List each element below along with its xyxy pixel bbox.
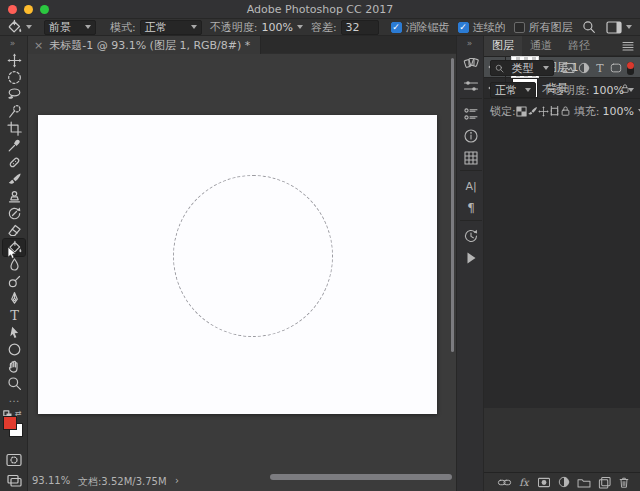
search-button[interactable] (582, 20, 596, 35)
pen-tool[interactable] (3, 290, 25, 307)
workspace-switcher[interactable] (606, 20, 632, 35)
clone-stamp-tool[interactable] (3, 188, 25, 205)
crop-tool[interactable] (3, 120, 25, 137)
lock-artboard-button[interactable] (549, 103, 560, 119)
filter-kind-select[interactable]: 类型 (490, 60, 554, 76)
tool-preset-picker[interactable] (6, 20, 32, 35)
tab-paths[interactable]: 路径 (560, 36, 598, 56)
eyedropper-tool[interactable] (3, 137, 25, 154)
swatches-panel-button[interactable] (461, 148, 481, 168)
paragraph-panel-button[interactable]: ¶ (461, 198, 481, 218)
fill-source-select[interactable]: 前景 (44, 20, 96, 35)
chevron-down-icon (543, 66, 549, 70)
checkbox-icon (514, 22, 525, 33)
move-icon (7, 53, 22, 68)
document-tab[interactable]: × 未标题-1 @ 93.1% (图层 1, RGB/8#) * (28, 36, 261, 54)
document-tab-strip: × 未标题-1 @ 93.1% (图层 1, RGB/8#) * (28, 36, 456, 54)
adjustment-layer-filter-button[interactable] (576, 60, 592, 76)
eraser-tool[interactable] (3, 222, 25, 239)
hand-icon (7, 359, 22, 374)
layer-filter-row: 类型 T (484, 58, 640, 78)
ellipse-shape-tool[interactable] (3, 341, 25, 358)
collapse-dock-button[interactable]: » (457, 38, 483, 48)
tab-channels[interactable]: 通道 (522, 36, 560, 56)
lock-transparent-button[interactable] (516, 103, 527, 119)
layer-style-button[interactable]: fx (516, 474, 532, 490)
fill-label: 填充: (574, 104, 600, 119)
workspace-switcher-icon (606, 21, 622, 34)
history-panel-button[interactable] (461, 226, 481, 246)
adjustments-panel-button[interactable] (461, 76, 481, 96)
chevron-down-icon (525, 88, 531, 92)
screen-mode-icon (7, 474, 22, 487)
new-layer-button[interactable] (596, 474, 612, 490)
tolerance-input[interactable]: 32 (341, 20, 379, 35)
pixel-layer-filter-button[interactable] (560, 60, 576, 76)
brush-tool[interactable] (3, 171, 25, 188)
history-brush-tool[interactable] (3, 205, 25, 222)
layers-panel: 图层 通道 路径 类型 (484, 36, 640, 491)
window-title: Adobe Photoshop CC 2017 (0, 3, 640, 16)
lock-pixels-button[interactable] (527, 103, 538, 119)
delete-layer-button[interactable] (616, 474, 632, 490)
panel-menu-icon (622, 41, 634, 51)
checkbox-icon (391, 22, 402, 33)
all-layers-checkbox[interactable]: 所有图层 (514, 20, 573, 35)
collapse-toolbar-button[interactable]: » (0, 38, 26, 48)
layer-filter-toggle[interactable] (627, 62, 634, 75)
info-panel-button[interactable] (461, 126, 481, 146)
layer-fill-value[interactable]: 100% (602, 105, 633, 118)
lock-position-button[interactable] (538, 103, 549, 119)
swatches-grid-icon (463, 150, 479, 166)
lock-icon (560, 105, 571, 117)
zoom-level-field[interactable]: 93.11% (32, 475, 70, 486)
quick-selection-tool[interactable] (3, 103, 25, 120)
vertical-scrollbar[interactable] (451, 58, 454, 352)
new-adjustment-layer-button[interactable] (556, 474, 572, 490)
search-icon (582, 20, 596, 34)
opacity-input[interactable]: 100% (261, 20, 302, 35)
antialias-checkbox[interactable]: 消除锯齿 (391, 20, 450, 35)
color-panel-button[interactable] (461, 52, 481, 72)
quick-mask-button[interactable] (3, 451, 25, 468)
lock-all-button[interactable] (560, 103, 571, 119)
foreground-color-swatch[interactable] (3, 416, 17, 430)
zoom-tool[interactable] (3, 375, 25, 392)
actions-panel-button[interactable] (461, 248, 481, 268)
path-selection-tool[interactable] (3, 324, 25, 341)
shape-layer-filter-button[interactable] (608, 60, 624, 76)
pen-icon (7, 291, 22, 306)
edit-toolbar-button[interactable]: … (0, 392, 28, 405)
blend-mode-select[interactable]: 正常 (490, 82, 536, 98)
close-tab-icon[interactable]: × (34, 39, 43, 52)
new-group-button[interactable] (576, 474, 592, 490)
paint-bucket-icon (6, 19, 22, 35)
document-canvas[interactable] (38, 115, 437, 414)
healing-brush-tool[interactable] (3, 154, 25, 171)
add-layer-mask-button[interactable] (536, 474, 552, 490)
link-layers-button[interactable] (496, 474, 512, 490)
type-tool[interactable]: T (3, 307, 25, 324)
layer-opacity-value[interactable]: 100% (593, 84, 624, 97)
move-tool[interactable] (3, 52, 25, 69)
horizontal-scrollbar[interactable] (270, 474, 452, 480)
status-expand-arrow[interactable]: › (175, 475, 179, 486)
dodge-tool[interactable] (3, 273, 25, 290)
type-layer-filter-button[interactable]: T (592, 60, 608, 76)
crop-icon (7, 121, 22, 136)
quick-selection-icon (7, 104, 22, 119)
panel-menu-button[interactable] (622, 41, 634, 51)
svg-text:T: T (10, 308, 19, 323)
search-icon (495, 64, 504, 73)
mode-select[interactable]: 正常 (140, 20, 202, 35)
hand-tool[interactable] (3, 358, 25, 375)
libraries-panel-button[interactable] (461, 104, 481, 124)
ellipse-icon (7, 342, 22, 357)
screen-mode-button[interactable] (3, 472, 25, 489)
contiguous-checkbox[interactable]: 连续的 (458, 20, 506, 35)
tab-layers[interactable]: 图层 (484, 36, 522, 56)
lasso-tool[interactable] (3, 86, 25, 103)
panel-dock: » (456, 36, 484, 491)
character-panel-button[interactable]: A| (461, 176, 481, 196)
marquee-tool[interactable] (3, 69, 25, 86)
